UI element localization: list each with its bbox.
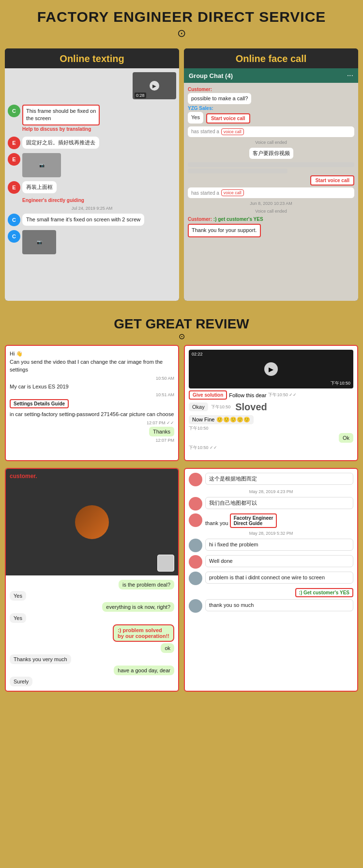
right-bottom-card: 这个是根据地图而定 May 28, 2019 4:23 PM 我们自己地图都可以… [184, 468, 358, 692]
voice-call-badge2: voice call [221, 189, 244, 196]
wire-problem-row: problem is that i didnt connect one wire… [189, 572, 353, 585]
okay-bubble: Okay [189, 403, 208, 411]
start-voice-call-row2: Start voice call [188, 175, 354, 186]
small-frame-row: C The small frame it's fixed on screen w… [8, 214, 176, 226]
okay-time: 下午10:50 [211, 404, 231, 410]
bottom-chat-area: is the problem deal? Yes everything is o… [6, 575, 178, 691]
avatar-rb5 [189, 555, 202, 569]
problem-deal-bubble: is the problem deal? [119, 580, 174, 589]
video-bottom-time: 下午10:50 [331, 380, 350, 387]
get-customer-yes-row: :) Get customer's YES [189, 588, 353, 597]
frame-fixed-msg-row: C This frame should be fixed onthe scree… [8, 105, 176, 133]
right-bottom-chat: 这个是根据地图而定 May 28, 2019 4:23 PM 我们自己地图都可以… [185, 469, 357, 620]
timestamp-may28-2: May 28, 2019 5:32 PM [189, 531, 353, 536]
avatar-rb2 [189, 497, 202, 511]
image-msg-row: E 📷 [8, 153, 176, 177]
page-header: FACTORY ENGINEER DIRECT SERVICE ⊙ [0, 0, 363, 45]
group-name: Group Chat (4) [189, 72, 233, 79]
blurred-row2 [188, 169, 287, 173]
top-grid: Online texting ▶ 0:28 C This frame shoul… [5, 48, 358, 301]
online-face-call-title: Online face call [184, 48, 358, 68]
customer-bubble1: possible to make a call? [188, 93, 251, 104]
right-chat-body: Customer: possible to make a call? YZG S… [184, 83, 358, 241]
chevron-icon: ⊙ [5, 27, 358, 40]
left-bottom-card: customer. is the problem deal? Yes every… [5, 468, 179, 692]
review-card1: Hi 👋Can you send the video that I can ch… [5, 345, 179, 461]
follow-dear-time: 下午10:50 ✓✓ [268, 392, 297, 398]
okay-sloved-row: Okay 下午10:50 Sloved [189, 401, 353, 413]
good-day-bubble: have a good day, dear [114, 666, 174, 675]
lexus-msg: My car is Lexus ES 2019 [10, 383, 174, 391]
avatar-rb6 [189, 572, 202, 585]
page-title: FACTORY ENGINEER DIRECT SERVICE [5, 9, 358, 25]
now-fine-time: 下午10:50 [189, 425, 353, 432]
review-card2: 02:22 ▶ 下午10:50 Give solution Follow thi… [184, 345, 358, 461]
video-thumb[interactable]: ▶ 0:28 [133, 72, 176, 99]
chinese-video-msg: 客户要跟你视频 [188, 148, 354, 160]
thank-you-so-much-bubble: thank you so much [205, 599, 353, 611]
image-bubble: 📷 [22, 153, 61, 177]
call-ended2: Voice call ended [188, 209, 354, 214]
give-solution-badge: Give solution [189, 390, 227, 400]
avatar-e3: E [8, 181, 20, 194]
avatar-c2: C [8, 214, 20, 226]
chinese-bubble1: 固定好之后。插好线再推进去 [22, 137, 99, 149]
customer-overlay-label: customer. [10, 473, 37, 480]
hi-time: 10:50 AM [10, 376, 174, 381]
video-play-icon[interactable]: ▶ [264, 362, 278, 376]
follow-dear-text: Follow this dear [229, 392, 266, 398]
review-title: GET GREAT REVIEW [5, 316, 358, 332]
factory-engineer-badge: Facotry EngineerDirect Guide [230, 513, 277, 528]
small-preview [157, 555, 174, 572]
factory-settings-msg: in car setting-factory setting-password … [10, 410, 174, 418]
bottom-section: customer. is the problem deal? Yes every… [0, 466, 363, 699]
review-chevron: ⊙ [5, 332, 358, 341]
frame-fixed-bubble: This frame should be fixed onthe screen [22, 105, 100, 125]
video-avatar [75, 505, 109, 539]
online-texting-title: Online texting [5, 48, 179, 68]
video-duration: 0:28 [135, 93, 146, 98]
online-texting-card: Online texting ▶ 0:28 C This frame shoul… [5, 48, 179, 301]
wire-problem-bubble: problem is that i didnt connect one wire… [205, 572, 353, 584]
sloved-text: Sloved [235, 402, 267, 413]
surely-bubble: Surely [10, 677, 32, 686]
yzg-msg1: YZG Sales: Yes Start voice call [188, 106, 354, 124]
review-grid: Hi 👋Can you send the video that I can ch… [0, 345, 363, 466]
avatar-rb7 [189, 599, 202, 613]
settings-guide-badge: Settings Details Guide [10, 399, 69, 408]
thank-you-so-much-row: thank you so much [189, 599, 353, 613]
avatar-e2: E [8, 153, 20, 166]
bottom-grid: customer. is the problem deal? Yes every… [5, 468, 358, 692]
video-message-row: ▶ 0:28 [8, 72, 176, 101]
thanks-bubble: Thanks [149, 427, 174, 436]
review-header: GET GREAT REVIEW ⊙ [0, 309, 363, 345]
menu-dots[interactable]: ··· [347, 71, 353, 80]
give-solution-row: Give solution Follow this dear 下午10:50 ✓… [189, 390, 353, 400]
image-msg2-row: C 📷 [8, 230, 176, 254]
avatar-rb1 [189, 473, 202, 486]
video-time: 02:22 [192, 352, 203, 356]
call-started1: has started a voice call [188, 126, 354, 137]
start-voice-call-btn1[interactable]: Start voice call [206, 113, 250, 124]
video-preview[interactable]: 02:22 ▶ 下午10:50 [189, 350, 353, 388]
problem-solved-text: :) problem solvedby our cooperation!! [118, 627, 169, 639]
call-ended1: Voice call ended [188, 140, 354, 145]
factory-time: 12:07 PM ✓✓ [10, 420, 174, 425]
ok-bubble2: ok [161, 643, 174, 653]
engineer-guide-label: Engineer's directly guiding [22, 198, 176, 203]
fixed-problem-bubble: hi i fixed the problem [205, 539, 353, 551]
translating-label: Help to discuss by translating [22, 126, 100, 132]
avatar-rb3 [189, 513, 202, 527]
avatar-e1: E [8, 137, 20, 149]
chinese-map2-row: 我们自己地图都可以 [189, 497, 353, 511]
avatar-c: C [8, 105, 20, 117]
start-voice-call-btn2[interactable]: Start voice call [310, 175, 354, 186]
customer-msg1: Customer: possible to make a call? [188, 87, 354, 106]
play-button[interactable]: ▶ [150, 81, 159, 91]
chat-header-bar: Group Chat (4) ··· [184, 68, 358, 83]
chinese-msg1-row: E 固定好之后。插好线再推进去 [8, 137, 176, 149]
image-bubble2: 📷 [22, 230, 56, 254]
texting-chat-area: ▶ 0:28 C This frame should be fixed onth… [5, 68, 179, 301]
customer-label: customer. [10, 473, 37, 480]
thank-you-bubble: Thank you for your support. [188, 224, 261, 237]
